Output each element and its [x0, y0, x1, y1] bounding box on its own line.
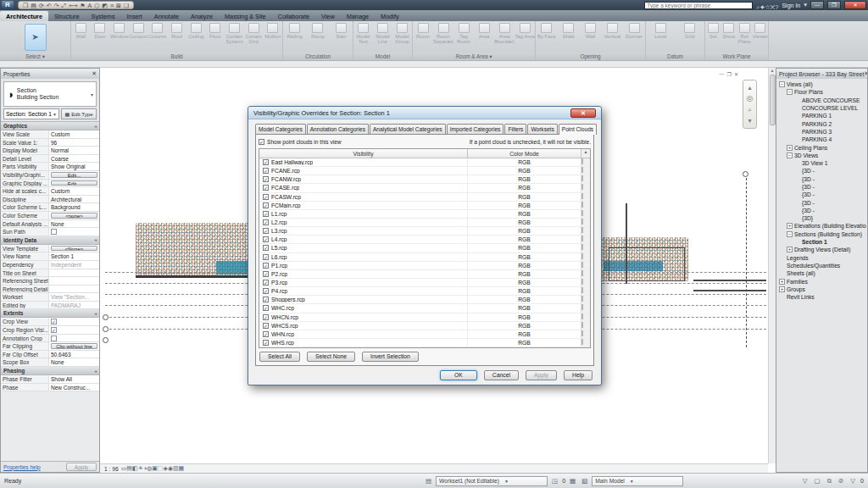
open-icon[interactable]: ❒ — [23, 2, 28, 9]
detail-level-icon[interactable]: ▤ — [126, 465, 132, 471]
point-cloud-color-mode[interactable]: RGB — [468, 202, 581, 208]
ribbon-tab-massing-site[interactable]: Massing & Site — [219, 11, 272, 21]
scrollbar-thumb[interactable] — [581, 330, 583, 336]
point-cloud-checkbox[interactable]: ✓ — [263, 297, 269, 302]
tree-item-parking-3[interactable]: PARKING 3 — [777, 128, 866, 136]
scrollbar-thumb[interactable] — [581, 262, 583, 268]
ribbon-button-show[interactable]: Show — [721, 23, 737, 39]
scrollbar-thumb[interactable] — [581, 244, 583, 250]
tree-expander-icon[interactable]: + — [787, 223, 793, 229]
ribbon-button-grid[interactable]: Grid — [676, 23, 705, 39]
point-cloud-color-mode[interactable]: RGB — [468, 314, 581, 320]
ribbon-button-by-face[interactable]: By Face — [536, 23, 558, 39]
panel-label-select[interactable]: Select ▾ — [0, 53, 70, 60]
ribbon-tab-collaborate[interactable]: Collaborate — [272, 11, 315, 21]
dialog-title-bar[interactable]: Visibility/Graphic Overrides for Section… — [248, 107, 601, 119]
property-value[interactable]: Section 1 — [49, 252, 99, 260]
property-group-phasing[interactable]: Phasing◂ — [1, 367, 99, 375]
property-group-graphics[interactable]: Graphics◂ — [1, 122, 99, 130]
point-cloud-checkbox[interactable]: ✓ — [263, 202, 269, 208]
table-scrollbar[interactable] — [581, 167, 590, 175]
scrollbar-thumb[interactable] — [581, 339, 583, 345]
table-scrollbar[interactable] — [581, 158, 590, 166]
tree-item-above-concourse[interactable]: ABOVE CONCOURSE — [777, 97, 866, 104]
tree-item--3d-[interactable]: {3D - — [777, 175, 866, 183]
section-icon[interactable]: ◩ — [102, 2, 108, 9]
sign-in-button[interactable]: Sign In — [782, 3, 800, 8]
infocenter-search-input[interactable] — [644, 2, 753, 9]
level-head-symbol[interactable] — [103, 314, 108, 320]
tree-expander-icon[interactable]: + — [779, 279, 785, 285]
ribbon-button-set[interactable]: Set — [705, 23, 721, 39]
tree-item-revit-links[interactable]: Revit Links — [777, 293, 866, 301]
panel-label-model[interactable]: Model — [353, 53, 412, 60]
table-scrollbar[interactable] — [581, 184, 590, 191]
navbar-more-icon[interactable]: ▾ — [748, 117, 751, 125]
point-cloud-color-mode[interactable]: RGB — [468, 305, 581, 311]
table-scrollbar[interactable] — [581, 330, 590, 338]
ribbon-tab-architecture[interactable]: Architecture — [0, 11, 48, 21]
point-cloud-checkbox[interactable]: ✓ — [263, 228, 269, 234]
ribbon-button-roof[interactable]: Roof — [167, 23, 186, 39]
point-cloud-checkbox[interactable]: ✓ — [263, 331, 269, 337]
view-restore-icon[interactable]: ❐ — [727, 71, 732, 77]
point-cloud-row[interactable]: ✓WHN.rcpRGB — [259, 330, 590, 339]
point-cloud-color-mode[interactable]: RGB — [468, 228, 581, 234]
panel-label-build[interactable]: Build — [71, 53, 282, 60]
project-browser-header[interactable]: Project Browser - 333 Bay Street ✕ — [776, 69, 867, 79]
ribbon-tab-systems[interactable]: Systems — [86, 11, 121, 21]
tree-expander-icon[interactable]: − — [787, 231, 793, 237]
tree-expander-icon[interactable]: − — [779, 81, 785, 87]
point-cloud-checkbox[interactable]: ✓ — [263, 305, 269, 311]
project-browser-close-icon[interactable]: ✕ — [864, 70, 867, 77]
ribbon-button-viewer[interactable]: Viewer — [753, 23, 769, 39]
table-scrollbar[interactable] — [581, 304, 590, 312]
collapse-icon[interactable]: ◂ — [94, 369, 97, 374]
property-checkbox[interactable] — [51, 229, 57, 235]
press-drag-icon[interactable]: ▢ — [815, 477, 821, 485]
point-cloud-row[interactable]: ✓L4.rcpRGB — [259, 236, 590, 244]
dialog-tab-model-categories[interactable]: Model Categories — [255, 124, 306, 134]
tree-expander-icon[interactable]: − — [787, 152, 793, 158]
view-scale-label[interactable]: 1 : 96 — [104, 466, 119, 472]
ribbon-tab-insert[interactable]: Insert — [121, 11, 148, 21]
ribbon-tab-view[interactable]: View — [315, 11, 341, 21]
measure-icon[interactable]: ⤢ — [62, 2, 67, 9]
scrollbar-thumb[interactable] — [581, 219, 583, 225]
point-cloud-checkbox[interactable]: ✓ — [263, 323, 269, 329]
point-cloud-color-mode[interactable]: RGB — [468, 254, 581, 260]
grid-bubble[interactable] — [743, 171, 748, 177]
property-checkbox[interactable] — [51, 336, 57, 341]
point-cloud-color-mode[interactable]: RGB — [468, 280, 581, 286]
point-cloud-row[interactable]: ✓FCASE.rcpRGB — [259, 184, 590, 192]
scrollbar-thumb[interactable] — [581, 270, 583, 276]
property-value[interactable]: PADMARAJ — [49, 302, 99, 309]
minimize-button[interactable]: — — [810, 1, 824, 9]
property-value-button[interactable]: Edit... — [51, 172, 97, 178]
point-cloud-color-mode[interactable]: RGB — [468, 263, 581, 269]
ribbon-button-model-group[interactable]: Model Group — [392, 23, 412, 45]
table-scrollbar[interactable] — [581, 270, 590, 278]
show-point-clouds-checkbox[interactable]: ✓ — [259, 139, 264, 145]
ribbon-button-ref-plane[interactable]: Ref Plane — [737, 23, 753, 45]
tree-item-drafting-views-detail-[interactable]: +Drafting Views (Detail) — [777, 246, 866, 253]
table-scrollbar[interactable] — [581, 219, 590, 226]
tree-item-groups[interactable]: +Groups — [777, 286, 866, 293]
dialog-tab-annotation-categories[interactable]: Annotation Categories — [307, 124, 369, 134]
ribbon-button-component[interactable]: Component — [129, 23, 148, 39]
select-none-button[interactable]: Select None — [307, 352, 355, 362]
property-value[interactable]: None — [49, 220, 99, 228]
redo-icon[interactable]: ↷ — [54, 2, 59, 9]
point-cloud-checkbox[interactable]: ✓ — [263, 254, 269, 260]
tree-item--3d-[interactable]: {3D - — [777, 167, 866, 175]
property-value[interactable]: Independent — [49, 261, 99, 269]
dialog-tab-worksets[interactable]: Worksets — [527, 124, 557, 134]
property-value[interactable]: Show Original — [49, 163, 99, 170]
property-value-button[interactable]: <none> — [51, 213, 97, 219]
close-hidden-windows-icon[interactable]: ⊠ — [116, 2, 121, 9]
chevron-down-icon[interactable]: ▾ — [91, 92, 93, 97]
modify-tool-button[interactable]: ➤ — [0, 23, 70, 51]
point-cloud-row[interactable]: ✓L5.rcpRGB — [259, 244, 590, 252]
point-cloud-color-mode[interactable]: RGB — [468, 219, 581, 225]
ribbon-button-curtain-grid[interactable]: Curtain Grid — [244, 23, 264, 45]
